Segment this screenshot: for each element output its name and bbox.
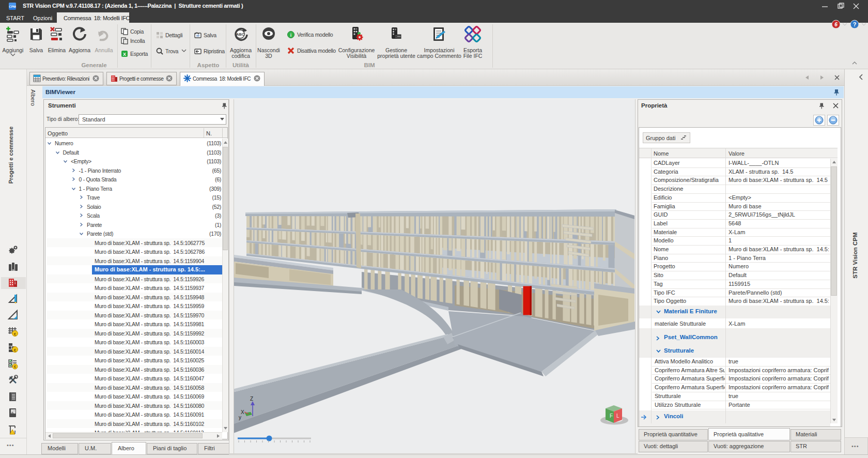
svg-text:€: € <box>14 348 17 353</box>
svg-text:€: € <box>14 331 17 336</box>
svg-text:X: X <box>123 52 126 57</box>
svg-text:L: L <box>616 413 619 419</box>
svg-text:X: X <box>241 409 244 415</box>
svg-text:?: ? <box>853 21 857 27</box>
svg-text:y: y <box>239 415 241 420</box>
svg-text:CPM: CPM <box>9 5 16 8</box>
svg-text:Z: Z <box>250 396 253 402</box>
svg-text:F: F <box>610 413 613 419</box>
svg-text:ABC: ABC <box>236 32 245 37</box>
svg-text:!: ! <box>14 430 16 435</box>
svg-text:i: i <box>290 33 292 38</box>
svg-text:6: 6 <box>834 22 838 27</box>
